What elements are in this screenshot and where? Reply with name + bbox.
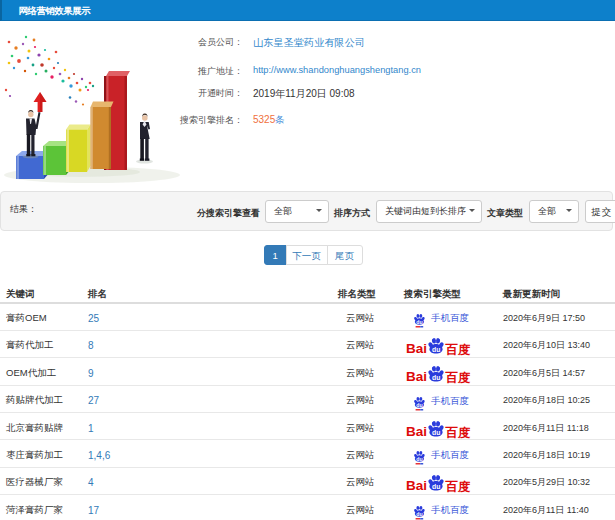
svg-text:du: du [432,374,440,381]
svg-text:Bai: Bai [406,478,427,493]
svg-text:du: du [416,319,422,325]
svg-text:du: du [416,456,422,462]
svg-text:百度: 百度 [445,480,472,494]
svg-text:Bai: Bai [406,369,427,384]
svg-text:du: du [432,484,440,491]
svg-text:du: du [432,347,440,354]
svg-text:du: du [432,429,440,436]
svg-text:du: du [416,402,422,408]
svg-text:百度: 百度 [445,425,472,439]
svg-text:Bai: Bai [406,341,427,356]
svg-text:百度: 百度 [445,343,472,357]
svg-text:百度: 百度 [445,370,472,384]
svg-text:Bai: Bai [406,424,427,439]
svg-text:du: du [416,511,422,517]
